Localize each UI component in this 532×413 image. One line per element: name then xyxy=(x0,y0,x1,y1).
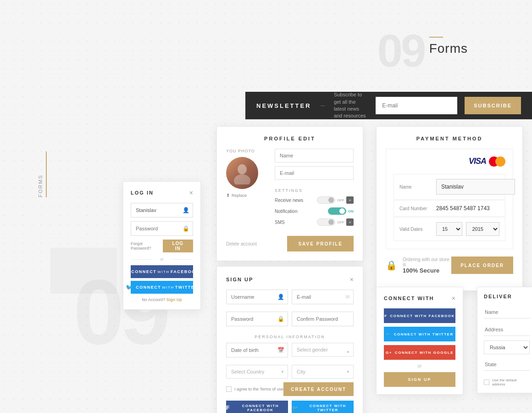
facebook-connect-label: CONNECT xyxy=(131,269,156,274)
secure-row: 🔒 Ordering with our store is 100% Secure… xyxy=(386,257,513,274)
connect-facebook-label: CONNECT with FACEBOOK xyxy=(390,314,455,318)
sms-toggle[interactable]: OFF × xyxy=(317,218,354,226)
toggle-knob xyxy=(328,197,334,203)
signup-username-email-row: 👤 ✉ xyxy=(226,290,354,308)
payment-name-input[interactable] xyxy=(436,179,515,195)
gender-arrow-icon: ▼ xyxy=(346,350,350,354)
connect-facebook-button[interactable]: f CONNECT with FACEBOOK xyxy=(384,308,455,323)
receive-news-toggle-btn[interactable] xyxy=(317,196,335,204)
connect-close-button[interactable]: × xyxy=(452,295,455,302)
newsletter-divider xyxy=(321,106,325,106)
terms-checkbox[interactable] xyxy=(226,386,232,392)
upload-icon: ⬆ xyxy=(226,193,230,198)
delete-account-link[interactable]: Delete account xyxy=(226,241,257,246)
save-profile-button[interactable]: SAVE PROFILE xyxy=(287,236,354,251)
toggle-x-btn[interactable]: × xyxy=(346,196,354,204)
replace-photo-button[interactable]: ⬆ Replace xyxy=(226,193,267,198)
valid-year-select[interactable]: 2015 xyxy=(466,222,499,236)
gender-select[interactable]: Select gender Male Female xyxy=(292,343,354,357)
user-icon: 👤 xyxy=(183,207,189,213)
login-submit-button[interactable]: LOG IN xyxy=(163,240,194,252)
facebook-name-label: FACEBOOK xyxy=(171,269,200,274)
payment-name-row: Name xyxy=(393,174,505,200)
sms-off-label: OFF xyxy=(337,220,344,224)
delivery-name-input[interactable] xyxy=(484,306,530,318)
signup-link[interactable]: Sign Up xyxy=(166,297,182,302)
toggle-on-label: ON xyxy=(348,209,354,213)
payment-name-label: Name xyxy=(399,184,436,190)
login-close-button[interactable]: × xyxy=(189,189,193,196)
page-title: Forms xyxy=(429,41,468,56)
delivery-address-input[interactable] xyxy=(484,323,530,336)
valid-day-select[interactable]: 15 xyxy=(436,222,462,236)
avatar xyxy=(226,157,258,189)
connect-twitter-button[interactable]: 🐦 CONNECT with TWITTER xyxy=(384,327,455,341)
toggle-off-label: OFF xyxy=(337,198,344,202)
payment-card-value: 2845 5487 5487 1743 xyxy=(436,205,490,212)
sms-x-btn[interactable]: × xyxy=(346,218,354,226)
signup-password-wrap: 🔒 xyxy=(226,312,288,326)
facebook-icon: f xyxy=(124,268,128,275)
visa-logo: VISA xyxy=(469,156,486,167)
notification-toggle-btn[interactable] xyxy=(328,207,346,215)
secure-ordering-text: Ordering with our store is xyxy=(403,257,451,267)
country-select[interactable]: Select Country Russia xyxy=(226,365,288,379)
sms-toggle-btn[interactable] xyxy=(317,218,335,226)
personal-info-label: PERSONAL INFORMATION xyxy=(226,335,354,339)
signup-facebook-icon: f xyxy=(226,405,230,411)
notification-label: Notification xyxy=(275,209,297,214)
secure-text: Ordering with our store is 100% Secure xyxy=(403,257,451,274)
login-title: LOG IN xyxy=(131,190,154,195)
delivery-default-checkbox[interactable] xyxy=(484,380,489,385)
connect-signup-button[interactable]: SIGN UP xyxy=(384,372,455,387)
signup-twitter-icon: 🐦 xyxy=(292,405,299,411)
login-divider: or xyxy=(131,257,193,262)
city-arrow-icon: ▼ xyxy=(346,370,350,374)
connect-facebook-icon: f xyxy=(384,314,387,318)
toggle-knob-sms xyxy=(328,219,334,225)
place-order-button[interactable]: PLACE ORDER xyxy=(451,257,513,274)
city-select[interactable]: City xyxy=(292,365,354,379)
twitter-icon: 🐦 xyxy=(126,284,133,290)
signup-confirm-password-input[interactable] xyxy=(292,312,354,326)
notification-toggle[interactable]: ON xyxy=(328,207,354,215)
terms-label: I agree to the Terms of use xyxy=(234,387,283,391)
connect-google-button[interactable]: g+ CONNECT with GOOGLE xyxy=(384,345,455,360)
signup-facebook-button[interactable]: f CONNECT with FACEBOOK xyxy=(226,401,288,413)
lock-icon-small: 🔒 xyxy=(183,225,189,232)
payment-title: PAYMENT METHOD xyxy=(386,136,513,141)
connect-twitter-icon: 🐦 xyxy=(386,332,391,336)
signup-close-button[interactable]: × xyxy=(350,276,354,283)
country-arrow-icon: ▼ xyxy=(281,370,284,374)
payment-card-row: Card Number 2845 5487 5487 1743 xyxy=(393,200,505,217)
forgot-row: Forgot Password? LOG IN xyxy=(131,240,193,252)
profile-email-input[interactable] xyxy=(275,166,354,180)
login-facebook-button[interactable]: f CONNECT with FACEBOOK xyxy=(131,265,193,278)
svg-point-0 xyxy=(238,164,247,174)
profile-name-input[interactable] xyxy=(275,149,354,162)
delivery-state-input[interactable] xyxy=(484,358,530,371)
page-number: 09 xyxy=(377,28,424,73)
signup-twitter-button[interactable]: 🐦 CONNECT with TWITTER xyxy=(292,401,354,413)
payment-card-label: Card Number xyxy=(399,206,436,211)
login-twitter-button[interactable]: 🐦 CONNECT with TWITTER xyxy=(131,281,193,294)
delivery-country-select[interactable]: Russia xyxy=(484,340,530,354)
payment-valid-row: Valid Dates 15 2015 xyxy=(393,217,505,241)
signup-twitter-label: CONNECT with TWITTER xyxy=(302,404,354,412)
profile-fields: SETTINGS Receive news OFF × Notification xyxy=(275,149,354,229)
connect-google-icon: g+ xyxy=(386,351,392,355)
forgot-password-link[interactable]: Forgot Password? xyxy=(131,241,163,251)
connect-twitter-label: CONNECT with TWITTER xyxy=(394,332,454,336)
login-username-wrap: 👤 xyxy=(131,203,193,218)
page-title-line xyxy=(429,37,443,38)
card-logos: VISA xyxy=(393,156,505,167)
signup-dob-gender-row: 📅 Select gender Male Female ▼ xyxy=(226,343,354,361)
login-password-wrap: 🔒 xyxy=(131,221,193,236)
newsletter-subscribe-button[interactable]: SUBSCRIBE xyxy=(465,97,521,114)
create-account-button[interactable]: CREATE ACCOUNT xyxy=(283,382,354,396)
receive-news-row: Receive news OFF × xyxy=(275,196,354,204)
signup-email-input[interactable] xyxy=(292,290,354,304)
signup-password-row: 🔒 xyxy=(226,312,354,330)
newsletter-email-input[interactable] xyxy=(376,97,457,114)
receive-news-toggle[interactable]: OFF × xyxy=(317,196,354,204)
